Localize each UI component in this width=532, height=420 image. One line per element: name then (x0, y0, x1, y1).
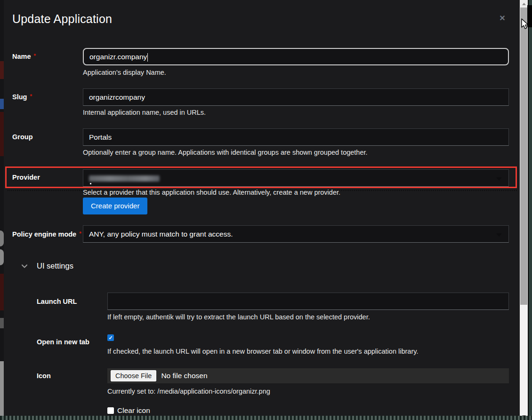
file-status-text: No file chosen (161, 372, 207, 380)
open-in-new-tab-label: Open in new tab (37, 338, 89, 346)
arrow-up-icon (522, 3, 526, 5)
screen-right-edge (529, 0, 532, 420)
chevron-down-icon (496, 233, 502, 237)
mouse-cursor (521, 18, 530, 31)
page-behind-fragment (0, 249, 4, 265)
group-input[interactable]: Portals (83, 128, 509, 146)
page-behind-fragment (0, 230, 4, 246)
slug-label: Slug* (12, 93, 32, 101)
provider-help: Select a provider that this application … (83, 189, 340, 196)
icon-label: Icon (37, 372, 51, 380)
scrollbar[interactable] (520, 0, 528, 420)
ui-settings-title: UI settings (37, 262, 73, 270)
screen-bottom-edge (0, 416, 532, 420)
group-label: Group (12, 133, 33, 141)
page-behind-fragment (0, 61, 4, 79)
slug-help: Internal application name, used in URLs. (83, 109, 206, 116)
launch-url-label: Launch URL (37, 298, 77, 305)
icon-current-note: Currently set to: /media/application-ico… (107, 388, 270, 395)
provider-redacted-dot (90, 183, 91, 184)
close-icon[interactable]: ✕ (497, 13, 508, 24)
provider-label: Provider (12, 174, 40, 181)
create-provider-button[interactable]: Create provider (83, 198, 147, 214)
policy-engine-mode-label: Policy engine mode* (12, 230, 81, 238)
chevron-down-icon (496, 177, 502, 181)
icon-file-input[interactable]: Choose File No file chosen (107, 368, 509, 383)
provider-select[interactable] (83, 169, 509, 187)
open-in-new-tab-checkbox[interactable]: ✓ (107, 334, 114, 341)
scrollbar-thumb[interactable] (520, 8, 527, 305)
launch-url-input[interactable] (107, 293, 509, 310)
text-cursor (147, 53, 148, 62)
scroll-up-button[interactable] (520, 0, 528, 8)
required-asterisk: * (30, 93, 32, 100)
clear-icon-checkbox[interactable] (107, 407, 114, 414)
provider-redacted-value (89, 175, 160, 182)
page-behind-fragment (0, 99, 4, 109)
name-label: Name* (12, 53, 36, 60)
open-in-new-tab-help: If checked, the launch URL will open in … (107, 348, 418, 355)
required-asterisk: * (79, 230, 81, 237)
update-application-modal: Update Application ✕ Name* organizr.comp… (4, 0, 520, 417)
modal-title: Update Application (12, 12, 112, 26)
name-help: Application's display Name. (83, 69, 166, 76)
page-behind-fragment (0, 318, 4, 328)
chevron-down-icon (21, 263, 28, 269)
slug-input[interactable]: organizrcompany (83, 88, 509, 106)
choose-file-button[interactable]: Choose File (111, 370, 156, 381)
page-behind-strip (0, 0, 4, 420)
group-help: Optionally enter a group name. Applicati… (83, 149, 368, 156)
required-asterisk: * (34, 53, 36, 59)
page-behind-fragment (0, 112, 4, 156)
name-input[interactable]: organizr.company (83, 48, 509, 65)
ui-settings-header[interactable]: UI settings (21, 262, 73, 270)
page-behind-fragment (0, 361, 4, 417)
launch-url-help: If left empty, authentik will try to ext… (107, 313, 370, 321)
clear-icon-label: Clear icon (117, 406, 150, 415)
page-behind-fragment (0, 274, 4, 310)
policy-engine-mode-select[interactable]: ANY, any policy must match to grant acce… (83, 225, 509, 243)
